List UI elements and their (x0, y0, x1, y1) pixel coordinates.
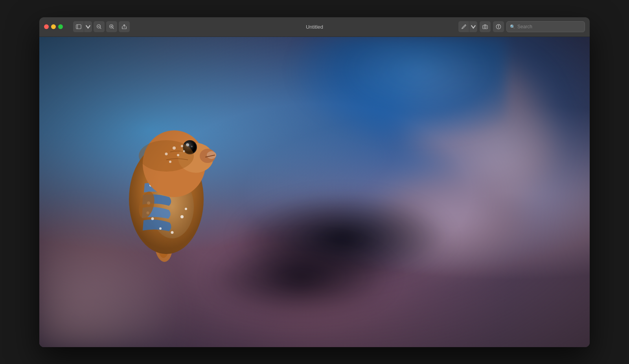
zoom-in-button[interactable] (106, 21, 117, 32)
sidebar-toggle-group (73, 21, 92, 32)
share-icon (121, 24, 127, 29)
image-area (39, 37, 590, 347)
sidebar-toggle-button[interactable] (73, 21, 84, 32)
maximize-button[interactable] (58, 24, 63, 29)
app-window: Untitled (39, 17, 590, 347)
toolbar-right: 🔍 (458, 21, 585, 32)
pen-tool-button[interactable] (458, 21, 469, 32)
info-button[interactable] (493, 21, 504, 32)
svg-point-12 (498, 26, 498, 26)
search-icon: 🔍 (510, 24, 515, 29)
chevron-down-icon-2 (471, 24, 476, 29)
titlebar: Untitled (39, 17, 590, 37)
svg-rect-0 (76, 25, 81, 29)
minimize-button[interactable] (51, 24, 56, 29)
close-button[interactable] (44, 24, 49, 29)
traffic-lights (44, 24, 63, 29)
window-title: Untitled (306, 24, 323, 30)
fish-canvas (39, 37, 590, 347)
sidebar-dropdown-button[interactable] (84, 21, 92, 32)
svg-line-4 (100, 28, 101, 29)
camera-icon (482, 24, 488, 29)
zoom-out-button[interactable] (94, 21, 105, 32)
annotation-tool-group (458, 21, 477, 32)
snapshot-button[interactable] (480, 21, 491, 32)
svg-line-8 (113, 28, 114, 29)
sidebar-icon (76, 24, 81, 29)
toolbar-left (73, 21, 130, 32)
chevron-down-icon (85, 24, 91, 29)
svg-point-10 (484, 26, 486, 28)
info-icon (496, 24, 501, 29)
zoom-in-icon (109, 24, 114, 29)
pen-icon (461, 24, 467, 29)
zoom-out-icon (96, 24, 102, 29)
search-input[interactable] (517, 24, 581, 29)
annotation-dropdown-button[interactable] (469, 21, 477, 32)
share-button[interactable] (119, 21, 130, 32)
search-box[interactable]: 🔍 (506, 21, 585, 32)
